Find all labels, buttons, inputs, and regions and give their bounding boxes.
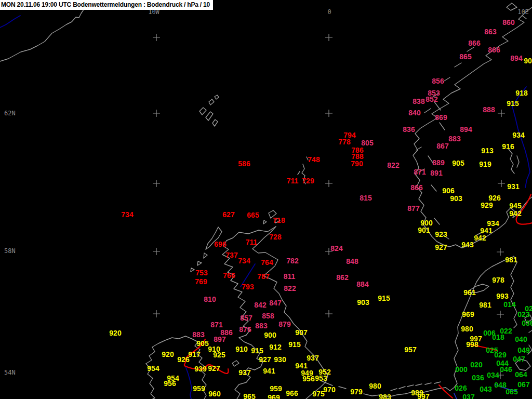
station-pressure-value: 000 — [455, 366, 467, 373]
station-pressure-value: 929 — [481, 202, 493, 209]
station-pressure-value: 793 — [242, 283, 254, 290]
station-pressure-value: 865 — [459, 53, 471, 60]
station-pressure-value: 993 — [496, 292, 508, 300]
station-pressure-value: 969 — [268, 394, 280, 399]
station-pressure-value: 766 — [223, 272, 235, 279]
station-pressure-value: 036 — [522, 320, 532, 327]
station-pressure-value: 848 — [346, 258, 358, 265]
station-pressure-value: 729 — [302, 177, 314, 184]
station-pressure-value: 748 — [308, 156, 320, 163]
station-pressure-value: 047 — [513, 355, 525, 363]
station-pressure-value: 915 — [251, 347, 263, 354]
station-pressure-value: 805 — [361, 139, 373, 147]
station-pressure-value: 862 — [336, 274, 348, 281]
stations-layer: 7345867487117297947787867887906276657187… — [0, 0, 532, 399]
station-pressure-value: 836 — [403, 126, 415, 133]
station-pressure-value: 891 — [430, 169, 442, 177]
station-pressure-value: 869 — [435, 114, 447, 121]
station-pressure-value: 866 — [488, 46, 500, 54]
station-pressure-value: 049 — [517, 347, 529, 354]
station-pressure-value: 037 — [462, 393, 474, 399]
station-pressure-value: 997 — [417, 393, 429, 399]
station-pressure-value: 980 — [369, 382, 381, 390]
station-pressure-value: 960 — [208, 390, 220, 397]
station-pressure-value: 876 — [239, 326, 251, 333]
station-pressure-value: 014 — [503, 301, 515, 308]
station-pressure-value: 934 — [487, 220, 499, 227]
station-pressure-value: 048 — [494, 381, 506, 389]
station-pressure-value: 981 — [505, 256, 517, 263]
station-pressure-value: 046 — [500, 366, 512, 373]
station-pressure-value: 980 — [461, 325, 473, 332]
station-pressure-value: 023 — [517, 311, 529, 318]
station-pressure-value: 926 — [488, 194, 500, 202]
station-pressure-value: 782 — [286, 257, 298, 264]
station-pressure-value: 728 — [269, 233, 281, 241]
station-pressure-value: 905 — [452, 159, 464, 167]
station-pressure-value: 923 — [435, 231, 447, 238]
station-pressure-value: 866 — [410, 184, 422, 191]
station-pressure-value: 942 — [509, 210, 521, 217]
station-pressure-value: 860 — [502, 19, 514, 26]
station-pressure-value: 586 — [238, 160, 250, 167]
station-pressure-value: 894 — [460, 126, 472, 133]
station-pressure-value: 917 — [188, 351, 200, 358]
station-pressure-value: 965 — [243, 393, 255, 399]
station-pressure-value: 927 — [435, 244, 447, 251]
station-pressure-value: 824 — [330, 245, 342, 252]
station-pressure-value: 883 — [255, 322, 267, 329]
station-pressure-value: 945 — [509, 202, 521, 209]
station-pressure-value: 877 — [407, 205, 419, 212]
station-pressure-value: 665 — [247, 211, 259, 219]
station-pressure-value: 884 — [356, 281, 368, 288]
station-pressure-value: 711 — [287, 177, 299, 184]
station-pressure-value: 822 — [284, 285, 296, 292]
station-pressure-value: 918 — [515, 89, 527, 97]
station-pressure-value: 901 — [418, 227, 430, 234]
station-pressure-value: 912 — [269, 343, 281, 351]
station-pressure-value: 969 — [462, 311, 474, 318]
station-pressure-value: 931 — [507, 183, 519, 190]
station-pressure-value: 941 — [295, 362, 307, 369]
station-pressure-value: 913 — [481, 147, 493, 154]
station-pressure-value: 043 — [480, 385, 491, 393]
station-pressure-value: 927 — [259, 356, 271, 363]
station-pressure-value: 907 — [295, 329, 307, 336]
station-pressure-value: 815 — [360, 194, 371, 202]
station-pressure-value: 734 — [121, 211, 133, 218]
station-pressure-value: 857 — [240, 314, 252, 322]
station-pressure-value: 906 — [442, 187, 454, 194]
station-pressure-value: 920 — [162, 351, 174, 358]
station-pressure-value: 879 — [278, 321, 290, 328]
station-pressure-value: 915 — [288, 341, 300, 348]
station-pressure-value: 734 — [238, 257, 250, 264]
station-pressure-value: 753 — [195, 269, 207, 276]
station-pressure-value: 927 — [208, 365, 220, 372]
station-pressure-value: 787 — [257, 273, 269, 280]
station-pressure-value: 961 — [463, 289, 475, 296]
station-pressure-value: 943 — [461, 241, 473, 248]
station-pressure-value: 941 — [263, 367, 275, 375]
station-pressure-value: 957 — [404, 346, 416, 353]
station-pressure-value: 040 — [515, 336, 527, 343]
station-pressure-value: 838 — [413, 98, 424, 105]
station-pressure-value: 737 — [225, 251, 237, 259]
station-pressure-value: 900 — [264, 331, 276, 339]
station-pressure-value: 883 — [448, 135, 460, 142]
station-pressure-value: 937 — [307, 354, 318, 362]
station-pressure-value: 871 — [210, 321, 222, 328]
station-pressure-value: 956 — [302, 375, 314, 382]
station-pressure-value: 810 — [204, 296, 216, 303]
station-pressure-value: 915 — [378, 295, 390, 302]
station-pressure-value: 067 — [517, 381, 529, 388]
station-pressure-value: 956 — [164, 380, 176, 387]
station-pressure-value: 952 — [318, 368, 330, 376]
station-pressure-value: 915 — [507, 100, 518, 107]
station-pressure-value: 978 — [492, 276, 504, 284]
station-pressure-value: 90 — [524, 57, 532, 64]
station-pressure-value: 925 — [213, 351, 225, 358]
station-pressure-value: 778 — [338, 138, 350, 145]
station-pressure-value: 897 — [214, 336, 225, 343]
station-pressure-value: 627 — [222, 211, 234, 218]
station-pressure-value: 966 — [286, 390, 298, 397]
